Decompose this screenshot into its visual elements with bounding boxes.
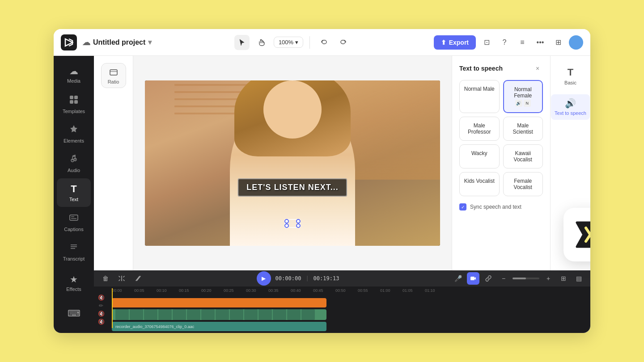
canvas-left-panel: Ratio <box>94 56 133 270</box>
handle-tr[interactable] <box>296 219 301 223</box>
sidebar-templates-label: Templates <box>63 109 85 114</box>
voice-card-female-vocalist[interactable]: Female Vocalist <box>503 172 543 196</box>
sidebar-more: ★ Effects ⌨ <box>57 269 91 328</box>
voice-kawaii-label: Kawaii Vocalist <box>507 150 539 163</box>
voice-card-normal-female[interactable]: Normal Female 🔊 N <box>503 80 543 113</box>
screen-record-button[interactable]: ⊡ <box>479 35 494 50</box>
handle-bl[interactable] <box>284 223 289 228</box>
sidebar-more-btn[interactable]: ⌨ <box>57 299 91 328</box>
clip-video[interactable] <box>112 309 326 320</box>
svg-rect-0 <box>61 34 77 51</box>
sidebar-item-templates[interactable]: Templates <box>57 90 91 118</box>
undo-button[interactable] <box>316 35 331 50</box>
help-button[interactable]: ? <box>497 35 512 50</box>
voice-grid: Normal Male Normal Female 🔊 N Male Profe… <box>459 80 543 196</box>
play-button[interactable]: ▶ <box>257 271 271 286</box>
track-row-3: recorder_audio_3706754984076_clip_0.aac <box>112 322 587 331</box>
svg-rect-14 <box>470 277 475 280</box>
project-title: Untitled project <box>93 38 145 46</box>
voice-card-kawaii-vocalist[interactable]: Kawaii Vocalist <box>503 144 543 168</box>
split-button[interactable] <box>115 272 128 285</box>
handle-tl[interactable] <box>284 219 289 223</box>
mic-button[interactable]: 🎤 <box>452 272 464 285</box>
voice-card-kids-vocalist[interactable]: Kids Vocalist <box>459 172 500 196</box>
thumb-11 <box>258 309 272 320</box>
timeline-area: 🗑 ▶ 00:00:00 | 00:19:13 <box>94 270 590 333</box>
mark-4: 00:20 <box>201 288 212 293</box>
voice-wacky-label: Wacky <box>463 150 496 156</box>
rp-item-basic[interactable]: T Basic <box>561 63 580 89</box>
link-button[interactable] <box>482 272 495 285</box>
thumb-4 <box>158 309 172 320</box>
clip-audio[interactable]: recorder_audio_3706754984076_clip_0.aac <box>112 322 326 331</box>
transcript-icon <box>69 242 79 254</box>
caption-timeline-button[interactable]: ▤ <box>572 272 585 285</box>
sidebar-text-label: Text <box>69 197 78 202</box>
thumb-8 <box>216 309 229 320</box>
zoom-out-button[interactable]: − <box>497 272 510 285</box>
svg-rect-5 <box>70 215 78 220</box>
sidebar-item-text[interactable]: T Text <box>57 178 91 207</box>
fit-timeline-button[interactable]: ⊞ <box>557 272 570 285</box>
basic-icon: T <box>568 67 573 78</box>
audio-icon <box>69 154 79 166</box>
sidebar-item-transcript[interactable]: Transcript <box>57 237 91 266</box>
svg-rect-2 <box>74 96 78 99</box>
zoom-in-button[interactable]: + <box>542 272 555 285</box>
track-ctrl-vol-2[interactable]: 🔇 <box>98 311 105 317</box>
user-avatar[interactable] <box>569 35 583 50</box>
voice-kids-label: Kids Vocalist <box>463 178 496 184</box>
handle-br[interactable] <box>296 223 301 228</box>
mark-0: 00:00 <box>112 288 122 293</box>
cam-button[interactable] <box>467 272 479 285</box>
redo-button[interactable] <box>336 35 351 50</box>
project-name-area[interactable]: ☁ Untitled project ▾ <box>82 38 152 47</box>
mark-12: 01:00 <box>380 288 390 293</box>
voice-card-wacky[interactable]: Wacky <box>459 144 500 168</box>
ratio-label: Ratio <box>108 79 119 84</box>
zoom-slider[interactable] <box>513 278 539 279</box>
sync-checkbox[interactable]: ✓ <box>459 203 466 210</box>
audio-clip-label: recorder_audio_3706754984076_clip_0.aac <box>115 324 194 329</box>
thumb-2 <box>130 309 143 320</box>
voice-card-male-scientist[interactable]: Male Scientist <box>503 117 543 141</box>
voice-card-male-professor[interactable]: Male Professor <box>459 117 500 141</box>
templates-icon <box>69 95 79 107</box>
mark-11: 00:55 <box>358 288 368 293</box>
playhead[interactable] <box>112 288 113 328</box>
canvas-viewport[interactable]: LET'S LISTEN NEXT... <box>133 56 452 270</box>
sidebar-item-elements[interactable]: Elements <box>57 119 91 148</box>
select-tool-button[interactable] <box>234 35 250 50</box>
floating-capcut-logo <box>564 208 590 261</box>
zoom-dropdown-icon: ▾ <box>295 39 298 46</box>
voice-card-normal-male[interactable]: Normal Male <box>459 80 500 113</box>
elements-icon <box>69 124 79 136</box>
mark-6: 00:30 <box>246 288 256 293</box>
sidebar-elements-label: Elements <box>64 138 84 143</box>
layout-button[interactable]: ⊞ <box>551 35 565 50</box>
sidebar-item-audio[interactable]: Audio <box>57 149 91 177</box>
track-ctrl-vol-1[interactable]: 🔇 <box>98 295 105 301</box>
layers-button[interactable]: ≡ <box>515 35 530 50</box>
rp-item-tts[interactable]: 🔊 Text to speech <box>551 94 590 120</box>
sidebar-item-effects[interactable]: ★ Effects <box>57 269 91 297</box>
zoom-level-button[interactable]: 100% ▾ <box>274 37 303 48</box>
clip-orange[interactable] <box>112 298 326 307</box>
sidebar-item-captions[interactable]: Captions <box>57 208 91 236</box>
thumb-6 <box>187 309 200 320</box>
sidebar-item-media[interactable]: ☁ Media <box>57 60 91 89</box>
track-ctrl-edit-1[interactable]: ✏ <box>99 303 103 309</box>
ratio-button[interactable]: Ratio <box>101 63 126 88</box>
speed-button[interactable] <box>131 272 144 285</box>
captions-icon <box>69 213 79 225</box>
export-button[interactable]: ⬆ Export <box>434 35 476 50</box>
topbar-actions: ⬆ Export ⊡ ? ≡ ••• ⊞ <box>434 35 583 50</box>
more-button[interactable]: ••• <box>533 35 547 50</box>
main-layout: ☁ Media Templates Elements Audio <box>54 56 590 333</box>
mark-5: 00:25 <box>224 288 234 293</box>
track-ctrl-vol-3[interactable]: 🔇 <box>98 319 105 325</box>
voice-normal-female-label: Normal Female <box>508 86 539 99</box>
hand-tool-button[interactable] <box>254 35 269 50</box>
delete-clip-button[interactable]: 🗑 <box>99 272 112 285</box>
tts-close-button[interactable]: × <box>532 63 543 74</box>
